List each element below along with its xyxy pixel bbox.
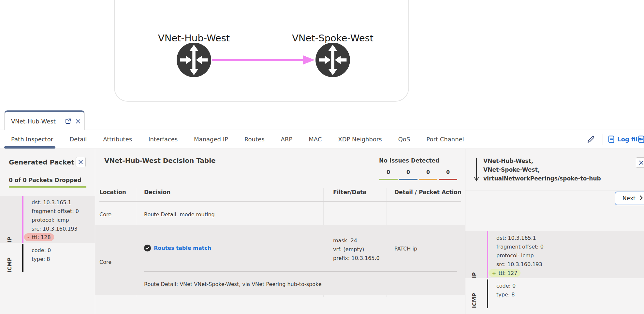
tab-port-channel[interactable]: Port Channel xyxy=(426,136,464,143)
icmp-section-line xyxy=(487,279,488,308)
ip-section-label: IP xyxy=(7,196,13,243)
ip-field: fragment offset: 0 xyxy=(32,207,79,216)
ip-field: src: 10.3.160.193 xyxy=(32,224,79,233)
icmp-section-line xyxy=(22,244,23,272)
generated-packet-title: Generated Packet xyxy=(9,158,74,166)
issue-count-error: 0 xyxy=(439,169,457,175)
decision-table-title: VNet-Hub-West Decision Table xyxy=(104,157,216,164)
icmp-section: ICMP code: 0 type: 8 xyxy=(0,243,95,273)
next-hop-button[interactable]: Next xyxy=(615,192,644,205)
decision-table-panel: VNet-Hub-West Decision Table No Issues D… xyxy=(95,149,465,314)
hop-title: VNet-Hub-West, VNet-Spoke-West, virtualN… xyxy=(483,157,634,183)
tab-detail[interactable]: Detail xyxy=(69,136,87,143)
ip-field: protocol: icmp xyxy=(496,251,544,260)
hop-ip-section: IP dst: 10.3.165.1 fragment offset: 0 pr… xyxy=(465,231,644,278)
ip-field: dst: 10.3.165.1 xyxy=(32,198,79,207)
ip-section-line xyxy=(487,231,488,278)
packets-dropped-bar xyxy=(9,186,86,188)
icmp-section-label: ICMP xyxy=(7,243,13,273)
row2-location: Core xyxy=(99,258,111,266)
export-log-icon[interactable] xyxy=(638,136,644,143)
toolbar: Log file xyxy=(583,130,644,149)
router-node-hub[interactable] xyxy=(177,43,211,77)
router-icon xyxy=(315,72,350,78)
edit-pencil-icon[interactable] xyxy=(587,135,595,144)
col-header-detail-action: Detail / Packet Action xyxy=(394,188,461,197)
node-label-spoke: VNet-Spoke-West xyxy=(284,33,382,44)
window-tab-title: VNet-Hub-West xyxy=(11,118,65,125)
match-check-icon xyxy=(144,245,151,251)
chevron-right-icon xyxy=(639,195,643,202)
node-label-hub: VNet-Hub-West xyxy=(145,33,243,44)
hop-panel: VNet-Hub-West, VNet-Spoke-West, virtualN… xyxy=(465,149,644,314)
close-generated-packet-button[interactable] xyxy=(76,157,86,167)
ip-field: fragment offset: 0 xyxy=(496,242,544,251)
packets-dropped-summary: 0 of 0 Packets Dropped xyxy=(9,177,81,183)
col-header-filter-data: Filter/Data xyxy=(333,188,367,197)
topology-card xyxy=(114,0,409,102)
hop-header-divider xyxy=(465,191,644,191)
window-tab[interactable]: VNet-Hub-West xyxy=(4,110,85,130)
issues-summary: No Issues Detected 0 0 0 0 xyxy=(379,157,459,180)
issue-count-warning: 0 xyxy=(419,169,437,175)
close-tab-icon[interactable] xyxy=(76,119,80,124)
tab-managed-ip[interactable]: Managed IP xyxy=(194,136,228,143)
issues-label: No Issues Detected xyxy=(379,157,459,164)
ttl-restored-sign: + xyxy=(492,270,496,276)
issue-bar-info xyxy=(399,179,417,180)
router-icon xyxy=(177,72,211,78)
next-label: Next xyxy=(622,195,636,202)
peering-edge xyxy=(212,59,304,61)
log-file-icon[interactable] xyxy=(608,136,614,143)
tab-xdp-neighbors[interactable]: XDP Neighbors xyxy=(338,136,382,143)
route-detail-text: Route Detail: VNet VNet-Spoke-West, via … xyxy=(144,280,322,289)
col-header-location: Location xyxy=(99,188,126,197)
table-row-routes-match[interactable]: Core Routes table match mask: 24 vrf: (e… xyxy=(95,225,465,295)
active-tab-indicator xyxy=(4,146,55,149)
open-in-new-window-icon[interactable] xyxy=(65,118,71,124)
tab-arp[interactable]: ARP xyxy=(281,136,293,143)
row-inner-divider xyxy=(144,271,457,272)
filter-line: mask: 24 xyxy=(333,236,380,245)
ttl-value: ttl: 127 xyxy=(498,270,517,276)
tab-qos[interactable]: QoS xyxy=(398,136,410,143)
ttl-changed-highlight: - ttl: 128 xyxy=(24,233,54,241)
hop-icmp-section: ICMP code: 0 type: 8 xyxy=(465,278,644,314)
issue-bar-warning xyxy=(419,179,437,180)
ip-field: dst: 10.3.165.1 xyxy=(496,234,544,242)
ip-section-label: IP xyxy=(471,231,477,278)
ip-section-line xyxy=(22,196,23,243)
hop-title-line2: VNet-Spoke-West, virtualNetworkPeerings/… xyxy=(483,165,634,183)
issue-bar-error xyxy=(439,179,457,180)
packet-action: PATCH ip xyxy=(394,244,417,253)
issue-count-ok: 0 xyxy=(379,169,398,175)
tab-mac[interactable]: MAC xyxy=(309,136,322,143)
ttl-value: ttl: 128 xyxy=(32,234,51,240)
icmp-field: type: 8 xyxy=(32,255,51,264)
issue-count-info: 0 xyxy=(399,169,417,175)
ip-field: src: 10.3.160.193 xyxy=(496,260,544,269)
peering-edge-arrowhead xyxy=(303,55,315,64)
ttl-changed-highlight: + ttl: 127 xyxy=(489,269,520,277)
hop-title-line1: VNet-Hub-West, xyxy=(483,157,634,165)
ttl-decrement-sign: - xyxy=(27,234,30,240)
row1-location: Core xyxy=(99,210,111,219)
router-node-spoke[interactable] xyxy=(315,43,350,77)
routes-table-match-link[interactable]: Routes table match xyxy=(154,245,211,251)
icmp-field: type: 8 xyxy=(496,290,516,299)
nav-tabs: Path Inspector Detail Attributes Interfa… xyxy=(0,130,644,149)
icmp-field: code: 0 xyxy=(32,246,51,255)
filter-line: prefix: 10.3.165.0 xyxy=(333,254,380,263)
close-hop-panel-button[interactable] xyxy=(636,157,644,168)
tab-routes[interactable]: Routes xyxy=(244,136,265,143)
col-header-decision: Decision xyxy=(144,188,170,197)
row1-decision: Route Detail: mode routing xyxy=(144,210,215,219)
issue-bar-ok xyxy=(379,179,398,180)
tab-path-inspector[interactable]: Path Inspector xyxy=(11,136,53,143)
content-area: Generated Packet 0 of 0 Packets Dropped … xyxy=(0,149,644,314)
table-header-divider xyxy=(99,201,461,202)
downstream-arrow-icon xyxy=(474,157,479,185)
tab-interfaces[interactable]: Interfaces xyxy=(148,136,178,143)
tab-attributes[interactable]: Attributes xyxy=(103,136,132,143)
generated-packet-panel: Generated Packet 0 of 0 Packets Dropped … xyxy=(0,149,95,314)
